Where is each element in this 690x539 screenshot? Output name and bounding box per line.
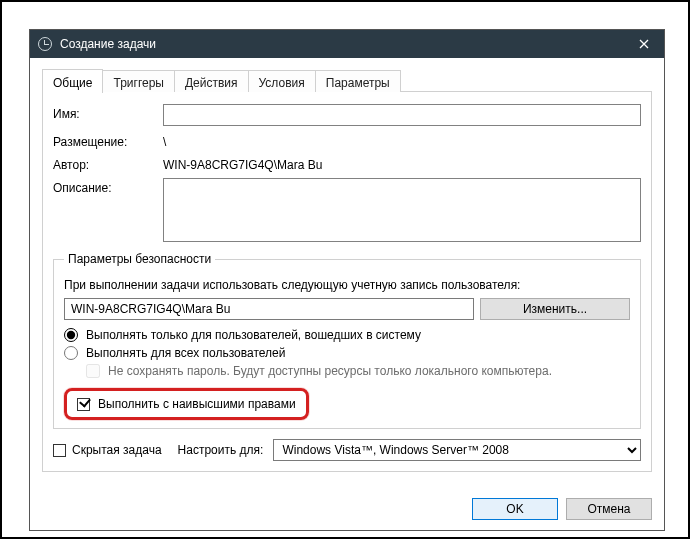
configure-for-label: Настроить для: [178,443,264,457]
dialog-buttons: OK Отмена [472,498,652,520]
run-logged-on-radio[interactable] [64,328,78,342]
run-all-users-option[interactable]: Выполнять для всех пользователей [64,346,630,360]
close-icon [639,39,649,49]
author-value: WIN-9A8CRG7IG4Q\Mara Bu [163,155,641,172]
tab-strip: Общие Триггеры Действия Условия Параметр… [42,68,652,92]
create-task-dialog: Создание задачи Общие Триггеры Действия … [30,30,664,530]
hidden-task-option[interactable]: Скрытая задача [53,443,162,457]
tab-triggers[interactable]: Триггеры [102,70,175,92]
tab-conditions[interactable]: Условия [248,70,316,92]
tab-panel-general: Имя: Размещение: \ Автор: WIN-9A8CRG7IG4… [42,92,652,472]
configure-for-select[interactable]: Windows Vista™, Windows Server™ 2008 [273,439,641,461]
no-store-password-label: Не сохранять пароль. Будут доступны ресу… [108,364,552,378]
task-scheduler-icon [38,37,52,51]
titlebar[interactable]: Создание задачи [30,30,664,58]
author-label: Автор: [53,155,163,172]
security-legend: Параметры безопасности [64,252,215,266]
run-logged-on-option[interactable]: Выполнять только для пользователей, воше… [64,328,630,342]
name-label: Имя: [53,104,163,121]
run-highest-label: Выполнить с наивысшими правами [98,397,296,411]
no-store-password-option: Не сохранять пароль. Будут доступны ресу… [86,364,630,378]
hidden-task-label: Скрытая задача [72,443,162,457]
ok-button[interactable]: OK [472,498,558,520]
no-store-password-checkbox [86,364,100,378]
run-all-users-radio[interactable] [64,346,78,360]
window-title: Создание задачи [60,37,624,51]
close-button[interactable] [624,30,664,58]
bottom-row: Скрытая задача Настроить для: Windows Vi… [53,439,641,461]
security-options-group: Параметры безопасности При выполнении за… [53,252,641,429]
run-highest-checkbox[interactable] [77,398,90,411]
location-label: Размещение: [53,132,163,149]
run-logged-on-label: Выполнять только для пользователей, воше… [86,328,421,342]
tab-actions[interactable]: Действия [174,70,249,92]
account-intro-text: При выполнении задачи использовать следу… [64,278,630,292]
tab-settings[interactable]: Параметры [315,70,401,92]
change-user-button[interactable]: Изменить... [480,298,630,320]
description-textarea[interactable] [163,178,641,242]
client-area: Общие Триггеры Действия Условия Параметр… [30,58,664,484]
description-label: Описание: [53,178,163,195]
cancel-button[interactable]: Отмена [566,498,652,520]
run-all-users-label: Выполнять для всех пользователей [86,346,285,360]
tab-general[interactable]: Общие [42,69,103,93]
name-input[interactable] [163,104,641,126]
location-value: \ [163,132,641,149]
account-input [64,298,474,320]
hidden-task-checkbox[interactable] [53,444,66,457]
run-highest-highlight: Выполнить с наивысшими правами [64,388,309,420]
